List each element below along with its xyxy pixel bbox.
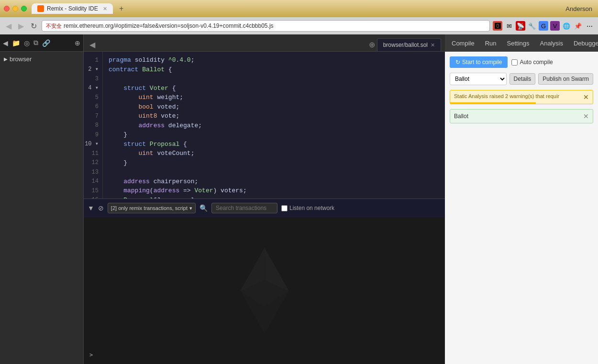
sidebar-item-browser[interactable]: ▶ browser xyxy=(0,54,83,65)
opera-icon[interactable]: 🅾 xyxy=(493,21,502,31)
ballot-item: Ballot ✕ xyxy=(450,109,593,123)
sidebar-add-icon[interactable]: ⊕ xyxy=(75,39,80,47)
code-content[interactable]: pragma solidity ^0.4.0; contract Ballot … xyxy=(103,52,445,199)
search-transactions-input[interactable] xyxy=(216,205,273,211)
code-line-3 xyxy=(109,74,439,84)
ln-1: 1 xyxy=(84,55,99,65)
sidebar-back-icon[interactable]: ◀ xyxy=(3,39,8,47)
nav-run-btn[interactable]: Run xyxy=(480,38,501,49)
ln-10: 10 ▾ xyxy=(84,140,99,149)
sidebar-link-icon[interactable]: 🔗 xyxy=(42,39,50,47)
warning-close-btn[interactable]: ✕ xyxy=(583,93,589,101)
toolbar-icons: 🅾 ✉ 📡 🔧 G V 🌐 📌 ⋯ xyxy=(493,21,594,31)
tab-favicon xyxy=(37,5,44,12)
code-line-15: mapping(address => Voter) voters; xyxy=(109,186,439,196)
security-badge: 不安全 xyxy=(46,22,62,30)
editor-tab-ballot[interactable]: browser/ballot.sol ✕ xyxy=(377,38,441,51)
url-text: remix.ethereum.org/#optimize=false&versi… xyxy=(64,22,486,29)
terminal-area: > xyxy=(84,218,445,364)
code-line-1: pragma solidity ^0.4.0; xyxy=(109,55,439,65)
filter-label: [2] only remix transactions, script xyxy=(111,205,188,211)
ln-6: 6 xyxy=(84,102,99,112)
contract-select[interactable]: Ballot xyxy=(450,73,507,85)
close-traffic-light[interactable] xyxy=(4,6,10,11)
traffic-lights xyxy=(4,6,27,11)
forward-button[interactable]: ▶ xyxy=(16,21,26,32)
browser-tab[interactable]: Remix - Solidity IDE ✕ xyxy=(32,3,113,14)
console-arrow-down-icon[interactable]: ▼ xyxy=(88,204,94,212)
code-line-8: address delegate; xyxy=(109,121,439,131)
listen-on-network-control: Listen on network xyxy=(281,205,334,211)
right-nav: Compile Run Settings Analysis Debugger S… xyxy=(445,34,598,52)
editor-tab-close[interactable]: ✕ xyxy=(431,42,435,48)
code-line-11: uint voteCount; xyxy=(109,149,439,158)
ext6-icon[interactable]: ⋯ xyxy=(585,21,594,31)
titlebar: Remix - Solidity IDE ✕ + Anderson xyxy=(0,0,598,17)
ext1-icon[interactable]: 🔧 xyxy=(527,21,537,31)
minimize-traffic-light[interactable] xyxy=(12,6,18,11)
ext4-icon[interactable]: 🌐 xyxy=(562,21,571,31)
ln-12: 12 xyxy=(84,158,99,168)
ext2-icon[interactable]: G xyxy=(539,21,548,31)
ln-2: 2 ▾ xyxy=(84,65,99,75)
line-numbers: 1 2 ▾ 3 4 ▾ 5 6 7 8 9 10 ▾ 11 12 13 14 1… xyxy=(84,52,103,199)
editor-main: ◀ ⊕ browser/ballot.sol ✕ 1 2 ▾ 3 4 ▾ 5 6… xyxy=(84,34,445,364)
address-bar: ◀ ▶ ↻ 不安全 remix.ethereum.org/#optimize=f… xyxy=(0,17,598,34)
code-line-9: } xyxy=(109,130,439,140)
console-clear-icon[interactable]: ⊘ xyxy=(98,204,104,212)
ln-11: 11 xyxy=(84,149,99,158)
rss-icon[interactable]: 📡 xyxy=(516,21,525,31)
code-line-10: struct Proposal { xyxy=(109,140,439,149)
console-area: ▼ ⊘ [2] only remix transactions, script … xyxy=(84,199,445,218)
publish-on-swarm-button[interactable]: Publish on Swarm xyxy=(538,73,593,85)
tab-new-button[interactable]: ⊕ xyxy=(367,38,377,51)
refresh-icon: ↻ xyxy=(455,59,460,66)
ln-9: 9 xyxy=(84,130,99,140)
code-line-13 xyxy=(109,167,439,177)
nav-compile-btn[interactable]: Compile xyxy=(447,38,479,49)
contract-row: Ballot Details Publish on Swarm xyxy=(450,73,593,85)
terminal-input-line: > xyxy=(89,352,445,358)
auto-compile-checkbox[interactable] xyxy=(511,59,518,66)
code-editor[interactable]: 1 2 ▾ 3 4 ▾ 5 6 7 8 9 10 ▾ 11 12 13 14 1… xyxy=(84,52,445,199)
new-tab-button[interactable]: + xyxy=(115,4,128,13)
filter-dropdown[interactable]: [2] only remix transactions, script ▾ xyxy=(108,203,196,213)
listen-checkbox[interactable] xyxy=(281,205,288,211)
search-transactions-field[interactable] xyxy=(211,203,277,213)
ballot-close-btn[interactable]: ✕ xyxy=(583,112,589,120)
compile-btn-label: Start to compile xyxy=(462,59,502,66)
code-line-4: struct Voter { xyxy=(109,84,439,93)
tab-title: Remix - Solidity IDE xyxy=(47,5,98,12)
details-button[interactable]: Details xyxy=(509,73,536,85)
ext5-icon[interactable]: 📌 xyxy=(573,21,583,31)
ext3-icon[interactable]: V xyxy=(550,21,560,31)
filter-chevron-icon: ▾ xyxy=(189,205,192,211)
prompt-symbol: > xyxy=(89,352,93,358)
compile-top: ↻ Start to compile Auto compile xyxy=(450,56,593,68)
nav-analysis-btn[interactable]: Analysis xyxy=(535,38,568,49)
main-layout: ◀ 📁 ◎ ⧉ 🔗 ⊕ ▶ browser ◀ ⊕ browser/ballot… xyxy=(0,34,598,364)
maximize-traffic-light[interactable] xyxy=(21,6,27,11)
sidebar-git-icon[interactable]: ◎ xyxy=(24,39,30,47)
tab-nav-left[interactable]: ◀ xyxy=(88,38,97,51)
code-line-7: uint8 vote; xyxy=(109,111,439,121)
auto-compile-control: Auto compile xyxy=(511,59,553,66)
mail-icon[interactable]: ✉ xyxy=(504,21,514,31)
ln-7: 7 xyxy=(84,111,99,121)
sidebar-folder-icon[interactable]: 📁 xyxy=(12,39,20,47)
sidebar-copy-icon[interactable]: ⧉ xyxy=(33,39,38,47)
tab-close-btn[interactable]: ✕ xyxy=(103,6,107,12)
address-input-bar[interactable]: 不安全 remix.ethereum.org/#optimize=false&v… xyxy=(42,20,490,32)
reload-button[interactable]: ↻ xyxy=(29,21,39,32)
listen-label: Listen on network xyxy=(289,205,334,211)
ln-5: 5 xyxy=(84,93,99,102)
nav-debugger-btn[interactable]: Debugger xyxy=(569,38,598,49)
nav-settings-btn[interactable]: Settings xyxy=(502,38,534,49)
back-button[interactable]: ◀ xyxy=(4,21,13,32)
search-icon: 🔍 xyxy=(199,204,208,212)
editor-tab-label: browser/ballot.sol xyxy=(383,42,428,48)
ballot-item-label: Ballot xyxy=(454,113,468,120)
code-line-5: uint weight; xyxy=(109,93,439,102)
start-compile-button[interactable]: ↻ Start to compile xyxy=(450,56,508,68)
code-line-14: address chairperson; xyxy=(109,177,439,187)
